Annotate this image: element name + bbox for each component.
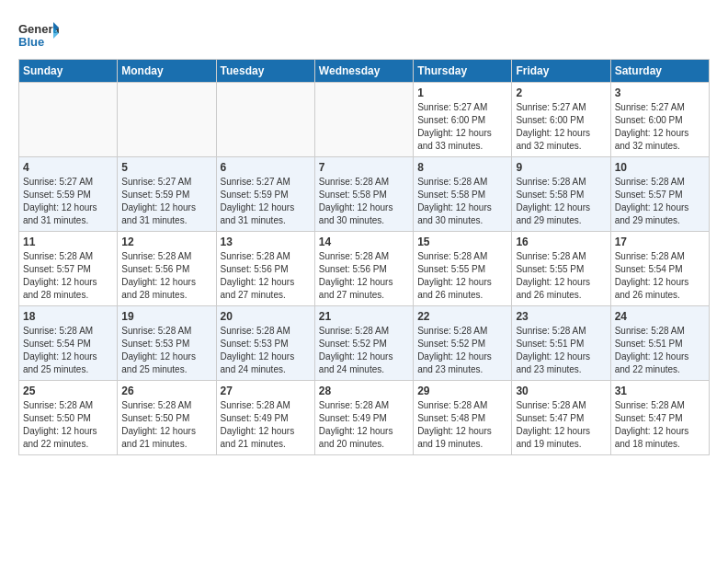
day-info: Sunrise: 5:28 AMSunset: 5:54 PMDaylight:…	[23, 325, 113, 376]
calendar-cell: 24Sunrise: 5:28 AMSunset: 5:51 PMDayligh…	[610, 306, 709, 381]
day-info: Sunrise: 5:28 AMSunset: 5:56 PMDaylight:…	[121, 250, 211, 302]
page-header: General Blue	[18, 18, 710, 50]
calendar-week-1: 1Sunrise: 5:27 AMSunset: 6:00 PMDaylight…	[19, 83, 710, 157]
day-info: Sunrise: 5:27 AMSunset: 6:00 PMDaylight:…	[615, 101, 705, 153]
day-number: 15	[417, 236, 507, 248]
day-number: 1	[417, 86, 507, 99]
calendar-cell: 22Sunrise: 5:28 AMSunset: 5:52 PMDayligh…	[414, 306, 512, 381]
day-number: 3	[615, 86, 705, 99]
day-info: Sunrise: 5:28 AMSunset: 5:50 PMDaylight:…	[121, 399, 211, 451]
day-info: Sunrise: 5:27 AMSunset: 6:00 PMDaylight:…	[417, 101, 507, 153]
day-info: Sunrise: 5:28 AMSunset: 5:53 PMDaylight:…	[121, 325, 211, 376]
col-header-wednesday: Wednesday	[314, 60, 413, 83]
calendar-cell: 8Sunrise: 5:28 AMSunset: 5:58 PMDaylight…	[414, 157, 512, 232]
day-number: 5	[121, 161, 211, 174]
calendar-cell: 5Sunrise: 5:27 AMSunset: 5:59 PMDaylight…	[118, 157, 216, 232]
day-number: 25	[23, 385, 113, 397]
calendar-cell: 26Sunrise: 5:28 AMSunset: 5:50 PMDayligh…	[118, 381, 216, 455]
day-info: Sunrise: 5:28 AMSunset: 5:51 PMDaylight:…	[615, 325, 705, 376]
col-header-sunday: Sunday	[19, 60, 118, 83]
day-info: Sunrise: 5:28 AMSunset: 5:58 PMDaylight:…	[516, 176, 606, 227]
calendar-cell: 27Sunrise: 5:28 AMSunset: 5:49 PMDayligh…	[216, 381, 314, 455]
calendar-cell: 9Sunrise: 5:28 AMSunset: 5:58 PMDaylight…	[512, 157, 610, 232]
calendar-week-3: 11Sunrise: 5:28 AMSunset: 5:57 PMDayligh…	[19, 232, 710, 306]
day-number: 30	[516, 385, 606, 397]
day-number: 16	[516, 236, 606, 248]
col-header-saturday: Saturday	[610, 60, 709, 83]
day-number: 10	[615, 161, 705, 174]
day-number: 24	[615, 310, 705, 323]
day-info: Sunrise: 5:28 AMSunset: 5:53 PMDaylight:…	[221, 325, 311, 376]
svg-text:General: General	[18, 22, 59, 36]
calendar-cell: 21Sunrise: 5:28 AMSunset: 5:52 PMDayligh…	[314, 306, 413, 381]
calendar-week-2: 4Sunrise: 5:27 AMSunset: 5:59 PMDaylight…	[19, 157, 710, 232]
day-number: 4	[23, 161, 113, 174]
day-info: Sunrise: 5:28 AMSunset: 5:56 PMDaylight:…	[221, 250, 311, 302]
day-info: Sunrise: 5:28 AMSunset: 5:50 PMDaylight:…	[23, 399, 113, 451]
day-info: Sunrise: 5:28 AMSunset: 5:57 PMDaylight:…	[615, 176, 705, 227]
day-number: 26	[121, 385, 211, 397]
day-number: 31	[615, 385, 705, 397]
day-number: 21	[319, 310, 409, 323]
day-number: 23	[516, 310, 606, 323]
calendar-cell: 16Sunrise: 5:28 AMSunset: 5:55 PMDayligh…	[512, 232, 610, 306]
calendar-cell: 29Sunrise: 5:28 AMSunset: 5:48 PMDayligh…	[414, 381, 512, 455]
calendar-cell: 30Sunrise: 5:28 AMSunset: 5:47 PMDayligh…	[512, 381, 610, 455]
calendar-cell: 15Sunrise: 5:28 AMSunset: 5:55 PMDayligh…	[414, 232, 512, 306]
day-info: Sunrise: 5:28 AMSunset: 5:47 PMDaylight:…	[615, 399, 705, 451]
day-info: Sunrise: 5:28 AMSunset: 5:55 PMDaylight:…	[516, 250, 606, 302]
day-number: 13	[221, 236, 311, 248]
col-header-tuesday: Tuesday	[216, 60, 314, 83]
day-number: 22	[417, 310, 507, 323]
calendar-cell: 28Sunrise: 5:28 AMSunset: 5:49 PMDayligh…	[314, 381, 413, 455]
day-info: Sunrise: 5:28 AMSunset: 5:49 PMDaylight:…	[319, 399, 409, 451]
day-number: 17	[615, 236, 705, 248]
calendar-cell: 12Sunrise: 5:28 AMSunset: 5:56 PMDayligh…	[118, 232, 216, 306]
day-info: Sunrise: 5:28 AMSunset: 5:51 PMDaylight:…	[516, 325, 606, 376]
day-number: 28	[319, 385, 409, 397]
day-number: 12	[121, 236, 211, 248]
col-header-thursday: Thursday	[414, 60, 512, 83]
calendar-header-row: SundayMondayTuesdayWednesdayThursdayFrid…	[19, 60, 710, 83]
calendar-cell: 6Sunrise: 5:27 AMSunset: 5:59 PMDaylight…	[216, 157, 314, 232]
calendar-cell	[19, 83, 118, 157]
day-number: 9	[516, 161, 606, 174]
day-info: Sunrise: 5:28 AMSunset: 5:48 PMDaylight:…	[417, 399, 507, 451]
calendar-cell: 25Sunrise: 5:28 AMSunset: 5:50 PMDayligh…	[19, 381, 118, 455]
day-info: Sunrise: 5:27 AMSunset: 5:59 PMDaylight:…	[121, 176, 211, 227]
logo-icon: General Blue	[18, 18, 59, 50]
logo: General Blue	[18, 18, 59, 50]
col-header-monday: Monday	[118, 60, 216, 83]
day-number: 29	[417, 385, 507, 397]
day-number: 20	[221, 310, 311, 323]
day-info: Sunrise: 5:28 AMSunset: 5:58 PMDaylight:…	[417, 176, 507, 227]
day-number: 8	[417, 161, 507, 174]
day-info: Sunrise: 5:28 AMSunset: 5:57 PMDaylight:…	[23, 250, 113, 302]
calendar-cell: 10Sunrise: 5:28 AMSunset: 5:57 PMDayligh…	[610, 157, 709, 232]
calendar-week-5: 25Sunrise: 5:28 AMSunset: 5:50 PMDayligh…	[19, 381, 710, 455]
day-number: 18	[23, 310, 113, 323]
calendar-table: SundayMondayTuesdayWednesdayThursdayFrid…	[18, 59, 710, 455]
calendar-cell: 1Sunrise: 5:27 AMSunset: 6:00 PMDaylight…	[414, 83, 512, 157]
day-number: 14	[319, 236, 409, 248]
calendar-cell: 17Sunrise: 5:28 AMSunset: 5:54 PMDayligh…	[610, 232, 709, 306]
day-number: 19	[121, 310, 211, 323]
calendar-week-4: 18Sunrise: 5:28 AMSunset: 5:54 PMDayligh…	[19, 306, 710, 381]
day-info: Sunrise: 5:28 AMSunset: 5:58 PMDaylight:…	[319, 176, 409, 227]
day-number: 11	[23, 236, 113, 248]
calendar-cell: 18Sunrise: 5:28 AMSunset: 5:54 PMDayligh…	[19, 306, 118, 381]
day-info: Sunrise: 5:28 AMSunset: 5:52 PMDaylight:…	[417, 325, 507, 376]
day-number: 6	[221, 161, 311, 174]
calendar-cell: 4Sunrise: 5:27 AMSunset: 5:59 PMDaylight…	[19, 157, 118, 232]
day-info: Sunrise: 5:28 AMSunset: 5:47 PMDaylight:…	[516, 399, 606, 451]
day-info: Sunrise: 5:28 AMSunset: 5:55 PMDaylight:…	[417, 250, 507, 302]
calendar-cell: 11Sunrise: 5:28 AMSunset: 5:57 PMDayligh…	[19, 232, 118, 306]
calendar-cell: 7Sunrise: 5:28 AMSunset: 5:58 PMDaylight…	[314, 157, 413, 232]
svg-text:Blue: Blue	[18, 35, 44, 49]
calendar-cell: 23Sunrise: 5:28 AMSunset: 5:51 PMDayligh…	[512, 306, 610, 381]
calendar-cell	[216, 83, 314, 157]
day-info: Sunrise: 5:27 AMSunset: 5:59 PMDaylight:…	[221, 176, 311, 227]
calendar-cell	[314, 83, 413, 157]
calendar-cell: 20Sunrise: 5:28 AMSunset: 5:53 PMDayligh…	[216, 306, 314, 381]
day-info: Sunrise: 5:28 AMSunset: 5:52 PMDaylight:…	[319, 325, 409, 376]
